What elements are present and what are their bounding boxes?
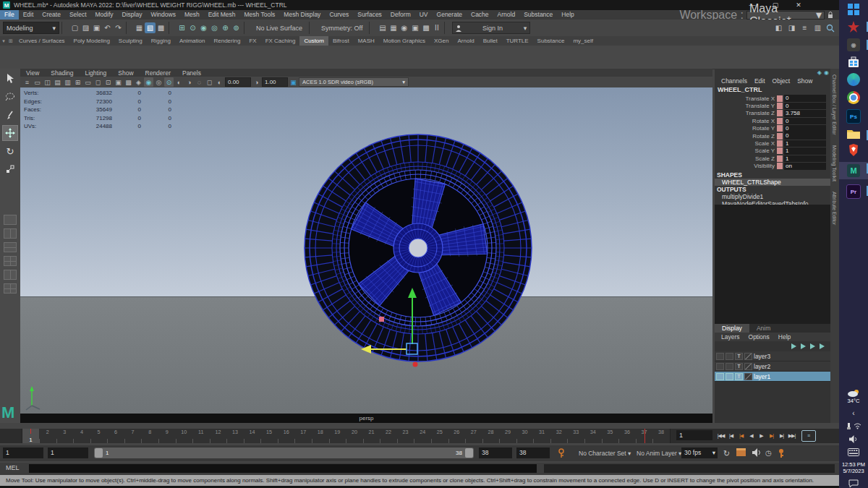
persp-outliner-layout-icon[interactable]: [4, 270, 17, 280]
menu-item[interactable]: Create: [38, 10, 65, 20]
snap-icon[interactable]: ◉: [198, 22, 209, 33]
channel-box-pin-icon[interactable]: ◈: [817, 69, 822, 76]
keyed-channel-box[interactable]: [777, 125, 783, 132]
viewport-icon[interactable]: ▤: [53, 77, 62, 87]
statusline-icon[interactable]: ≡: [799, 22, 810, 33]
attribute-value-field[interactable]: 0: [784, 118, 826, 125]
viewport-icon[interactable]: ◫: [43, 77, 52, 87]
statusline-icon[interactable]: ▦: [388, 22, 399, 33]
layer-color-swatch[interactable]: [744, 373, 752, 380]
outputs-item[interactable]: multiplyDivide1: [715, 193, 830, 200]
character-set-dropdown[interactable]: No Character Set ▾: [579, 445, 631, 461]
panel-menu-item[interactable]: Show: [795, 77, 814, 85]
playblast-icon[interactable]: [736, 448, 746, 457]
timeline-frame-cell[interactable]: 28: [482, 429, 500, 443]
exposure-icon[interactable]: ◐: [215, 77, 224, 87]
maya-taskbar-icon[interactable]: M: [839, 162, 868, 179]
viewport-icon[interactable]: ≡: [22, 77, 32, 87]
panel-menu-item[interactable]: Shading: [45, 69, 79, 77]
timeline-frame-cell[interactable]: 15: [260, 429, 278, 443]
statusline-icon[interactable]: ▤: [377, 22, 388, 33]
animation-preferences-icon[interactable]: ≡: [801, 430, 816, 442]
menu-item[interactable]: Mesh Tools: [240, 10, 280, 20]
layer-row[interactable]: Tlayer1: [715, 372, 830, 382]
timeline-frame-cell[interactable]: 4: [73, 429, 90, 443]
notifications-icon[interactable]: [839, 479, 868, 488]
step-forward-key-icon[interactable]: ▶|: [767, 429, 776, 442]
timeline-frame-cell[interactable]: 35: [602, 429, 619, 443]
shelf-content[interactable]: [0, 46, 839, 69]
timeline-frame-cell[interactable]: 23: [397, 429, 414, 443]
viewport-icon[interactable]: ◻: [205, 77, 214, 87]
statusline-icon[interactable]: ▦: [134, 22, 145, 33]
menu-item[interactable]: UV: [415, 10, 433, 20]
panel-menu-item[interactable]: Channels: [719, 77, 749, 85]
layer-playback-box[interactable]: [726, 363, 733, 370]
view-transform-dropdown[interactable]: ACES 1.0 SDR video (sRGB)▾: [299, 77, 409, 87]
attribute-value-field[interactable]: 0: [784, 132, 826, 140]
weather-icon[interactable]: 34°C: [839, 389, 868, 404]
shelf-tab[interactable]: TURTLE: [502, 36, 533, 46]
layer-editor-menu[interactable]: Help: [775, 333, 794, 341]
layer-editor-menu[interactable]: Options: [745, 333, 773, 341]
shelf-tab[interactable]: XGen: [430, 36, 453, 46]
edge-icon[interactable]: [839, 73, 868, 86]
move-tool-icon[interactable]: [2, 125, 18, 141]
layer-visibility-box[interactable]: [716, 373, 724, 380]
viewport-icon[interactable]: ▭: [83, 77, 93, 87]
timeline-frame-cell[interactable]: 24: [414, 429, 431, 443]
premiere-icon[interactable]: Pr: [839, 184, 868, 199]
layer-display-type-box[interactable]: T: [735, 353, 743, 360]
touch-keyboard-icon[interactable]: [839, 448, 868, 456]
timeline-frame-cell[interactable]: 33: [567, 429, 584, 443]
statusline-icon[interactable]: ◉: [399, 22, 409, 33]
shelf-tab[interactable]: MASH: [354, 36, 379, 46]
attribute-value-field[interactable]: 3.758: [784, 110, 826, 117]
viewport-icon[interactable]: ◉: [144, 77, 153, 87]
add-layer-selected-icon[interactable]: [801, 343, 806, 349]
menu-item[interactable]: File: [0, 10, 19, 20]
shelf-menu-icon[interactable]: ▾: [0, 38, 7, 44]
layer-row[interactable]: Tlayer2: [715, 361, 830, 372]
layer-editor-tab[interactable]: Display: [715, 324, 749, 333]
shelf-tab[interactable]: Bifrost: [328, 36, 354, 46]
loop-icon[interactable]: ↻: [723, 445, 730, 461]
anim-layer-dropdown[interactable]: No Anim Layer ▾: [637, 445, 681, 461]
attribute-value-field[interactable]: 0: [784, 125, 826, 132]
keyed-channel-box[interactable]: [777, 95, 783, 102]
range-start-handle[interactable]: [95, 448, 103, 458]
keyed-channel-box[interactable]: [777, 133, 783, 140]
move-layer-up-icon[interactable]: [810, 343, 815, 349]
viewport-icon[interactable]: ▥: [63, 77, 72, 87]
timeline-frame-cell[interactable]: 2: [39, 429, 56, 443]
auto-key-icon[interactable]: [777, 448, 786, 458]
timeline-frame-cell[interactable]: 34: [584, 429, 602, 443]
attribute-value-field[interactable]: 1: [784, 147, 826, 155]
layer-playback-box[interactable]: [726, 373, 733, 380]
viewport-icon[interactable]: ◌: [195, 77, 204, 87]
keyed-channel-box[interactable]: [777, 110, 783, 116]
set-key-icon[interactable]: [557, 448, 566, 458]
statusline-icon[interactable]: ↶: [102, 22, 113, 33]
viewport-icon[interactable]: ◈: [134, 77, 143, 87]
timeline-frame-cell[interactable]: 22: [380, 429, 397, 443]
viewport-icon[interactable]: ◻: [93, 77, 103, 87]
panel-menu-item[interactable]: Lighting: [79, 69, 112, 77]
menu-item[interactable]: Generate: [433, 10, 467, 20]
shelf-tab[interactable]: my_self: [569, 36, 597, 46]
timeline-frame-cell[interactable]: 3: [56, 429, 74, 443]
attribute-value-field[interactable]: 1: [784, 155, 826, 163]
layer-color-swatch[interactable]: [744, 363, 752, 370]
menu-item[interactable]: Deform: [386, 10, 415, 20]
timeline-frame-cell[interactable]: 19: [329, 429, 346, 443]
step-back-frame-icon[interactable]: |◀: [726, 429, 736, 442]
menu-item[interactable]: Modify: [91, 10, 118, 20]
clock[interactable]: 12:53 PM 5/7/2023: [839, 461, 868, 474]
menu-item[interactable]: Mesh Display: [279, 10, 325, 20]
attribute-value-field[interactable]: on: [784, 163, 826, 170]
shelf-tab[interactable]: FX Caching: [261, 36, 300, 46]
shelf-tab[interactable]: Curves / Surfaces: [14, 36, 69, 46]
statusline-icon[interactable]: ◨: [786, 22, 797, 33]
timeline-frame-cell[interactable]: 5: [90, 429, 108, 443]
symmetry-dropdown[interactable]: Symmetry: Off: [317, 25, 367, 32]
